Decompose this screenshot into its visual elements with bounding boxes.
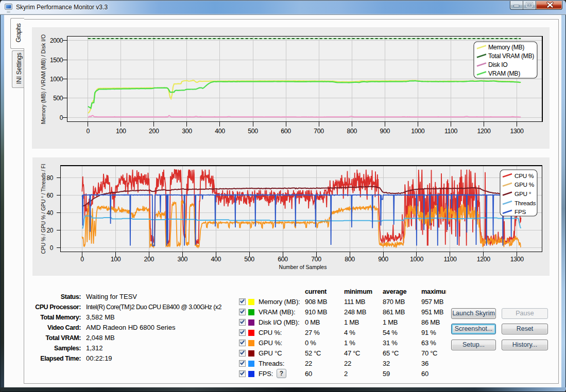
svg-text:GPU %: GPU % bbox=[514, 181, 535, 188]
svg-text:1100: 1100 bbox=[444, 128, 458, 135]
svg-text:1300: 1300 bbox=[510, 128, 524, 135]
svg-text:1200: 1200 bbox=[477, 128, 490, 135]
svg-text:FPS: FPS bbox=[514, 208, 526, 216]
svg-text:GPU °: GPU ° bbox=[514, 190, 531, 198]
svg-text:VRAM (MB): VRAM (MB) bbox=[488, 70, 520, 77]
svg-text:1200: 1200 bbox=[477, 256, 490, 263]
svg-text:CPU %: CPU % bbox=[514, 172, 534, 180]
svg-text:Memory (MB): Memory (MB) bbox=[488, 44, 524, 51]
svg-text:Disk IO: Disk IO bbox=[488, 61, 508, 68]
svg-text:Threads: Threads bbox=[514, 200, 536, 207]
svg-text:Total VRAM (MB): Total VRAM (MB) bbox=[488, 52, 534, 60]
svg-text:1300: 1300 bbox=[510, 256, 524, 263]
